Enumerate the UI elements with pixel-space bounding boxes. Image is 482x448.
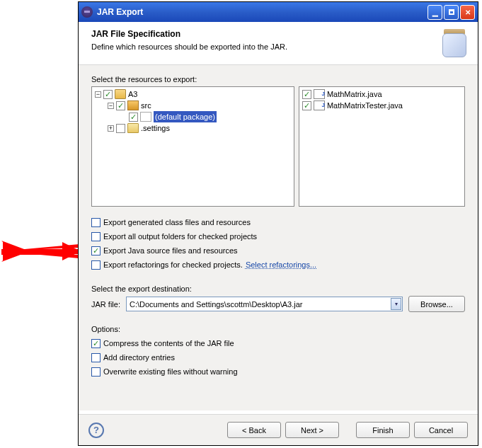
checkbox[interactable]: ✓ bbox=[116, 101, 125, 110]
file-row[interactable]: ✓ MathMatrixTester.java bbox=[301, 100, 463, 111]
tree-label-selected: (default package) bbox=[154, 111, 217, 122]
page-title: JAR File Specification bbox=[91, 29, 440, 39]
file-name: MathMatrixTester.java bbox=[327, 100, 403, 111]
file-row[interactable]: ✓ MathMatrix.java bbox=[301, 88, 463, 100]
dialog-header: JAR File Specification Define which reso… bbox=[79, 22, 478, 65]
browse-button[interactable]: Browse... bbox=[408, 296, 465, 312]
close-button[interactable]: ✕ bbox=[460, 5, 475, 20]
help-button[interactable]: ? bbox=[88, 423, 104, 438]
resources-label: Select the resources to export: bbox=[91, 75, 465, 84]
titlebar: JAR Export ▁ ✕ bbox=[79, 2, 478, 22]
finish-button[interactable]: Finish bbox=[356, 422, 410, 438]
option-export-output-folders[interactable]: Export all output folders for checked pr… bbox=[91, 229, 465, 243]
jar-file-combo[interactable]: C:\Documents and Settings\scottm\Desktop… bbox=[126, 297, 403, 311]
option-label: Add directory entries bbox=[103, 353, 175, 362]
checkbox[interactable] bbox=[91, 353, 101, 362]
chevron-down-icon[interactable]: ▾ bbox=[391, 298, 401, 310]
dialog-content: Select the resources to export: − ✓ A3 −… bbox=[79, 65, 478, 410]
expander-plus-icon[interactable]: + bbox=[108, 125, 114, 132]
next-button[interactable]: Next > bbox=[285, 422, 339, 438]
option-label: Export Java source files and resources bbox=[103, 246, 238, 255]
eclipse-icon bbox=[81, 6, 93, 18]
jar-file-value: C:\Documents and Settings\scottm\Desktop… bbox=[130, 300, 388, 309]
dest-label: Select the export destination: bbox=[91, 285, 465, 293]
svg-rect-4 bbox=[1, 249, 67, 255]
option-export-refactorings[interactable]: Export refactorings for checked projects… bbox=[91, 258, 465, 272]
tree-row-default-package[interactable]: ✓ (default package) bbox=[93, 111, 292, 122]
tree-row-project[interactable]: − ✓ A3 bbox=[93, 88, 292, 100]
resource-tree-pane[interactable]: − ✓ A3 − ✓ src ✓ bbox=[91, 86, 294, 207]
default-package-icon bbox=[140, 112, 151, 122]
maximize-button[interactable] bbox=[444, 5, 459, 20]
checkbox[interactable]: ✓ bbox=[91, 246, 101, 255]
back-button[interactable]: < Back bbox=[227, 422, 281, 438]
tree-row-src[interactable]: − ✓ src bbox=[93, 100, 292, 111]
java-file-icon bbox=[314, 100, 325, 110]
checkbox[interactable]: ✓ bbox=[129, 113, 138, 122]
files-pane[interactable]: ✓ MathMatrix.java ✓ MathMatrixTester.jav… bbox=[299, 86, 465, 207]
svg-rect-2 bbox=[16, 249, 78, 254]
checkbox[interactable] bbox=[91, 260, 101, 270]
file-name: MathMatrix.java bbox=[327, 88, 382, 100]
annotation-arrow-left bbox=[1, 241, 81, 262]
java-file-icon bbox=[314, 89, 325, 99]
checkbox[interactable] bbox=[91, 367, 101, 377]
options-label: Options: bbox=[91, 325, 465, 333]
project-icon bbox=[115, 89, 126, 99]
dialog-footer: ? < Back Next > Finish Cancel bbox=[79, 414, 478, 445]
checkbox[interactable] bbox=[91, 232, 101, 241]
tree-label: A3 bbox=[128, 88, 137, 100]
window-title: JAR Export bbox=[97, 7, 143, 17]
checkbox[interactable] bbox=[116, 124, 125, 133]
option-label: Export all output folders for checked pr… bbox=[103, 232, 257, 241]
option-overwrite[interactable]: Overwrite existing files without warning bbox=[91, 364, 465, 379]
option-export-classfiles[interactable]: Export generated class files and resourc… bbox=[91, 215, 465, 229]
tree-label: src bbox=[141, 100, 151, 111]
package-folder-icon bbox=[127, 100, 139, 110]
tree-row-settings[interactable]: + .settings bbox=[93, 122, 292, 134]
expander-minus-icon[interactable]: − bbox=[95, 91, 101, 98]
checkbox[interactable] bbox=[91, 218, 101, 227]
option-label: Export generated class files and resourc… bbox=[103, 218, 251, 226]
checkbox[interactable]: ✓ bbox=[302, 101, 311, 110]
svg-marker-3 bbox=[3, 242, 23, 260]
checkbox[interactable]: ✓ bbox=[302, 90, 311, 99]
option-label: Export refactorings for checked projects… bbox=[103, 260, 243, 269]
option-add-directory[interactable]: Add directory entries bbox=[91, 350, 465, 364]
cancel-button[interactable]: Cancel bbox=[414, 422, 468, 438]
annotation-arrow-left-shape bbox=[1, 241, 81, 262]
select-refactorings-link[interactable]: Select refactorings... bbox=[246, 260, 316, 269]
minimize-button[interactable]: ▁ bbox=[428, 5, 442, 20]
option-compress[interactable]: ✓ Compress the contents of the JAR file bbox=[91, 336, 465, 350]
svg-marker-0 bbox=[1, 244, 79, 258]
checkbox[interactable]: ✓ bbox=[103, 90, 113, 99]
option-label: Overwrite existing files without warning bbox=[103, 367, 238, 376]
option-export-source[interactable]: ✓ Export Java source files and resources bbox=[91, 243, 465, 258]
dialog-window: JAR Export ▁ ✕ JAR File Specification De… bbox=[78, 1, 478, 446]
checkbox[interactable]: ✓ bbox=[91, 339, 101, 348]
page-subtitle: Define which resources should be exporte… bbox=[91, 42, 440, 51]
svg-marker-1 bbox=[1, 241, 30, 262]
jar-file-label: JAR file: bbox=[91, 300, 120, 309]
tree-label: .settings bbox=[141, 122, 170, 134]
expander-minus-icon[interactable]: − bbox=[108, 103, 114, 109]
option-label: Compress the contents of the JAR file bbox=[103, 339, 234, 348]
jar-icon bbox=[440, 29, 469, 59]
folder-icon bbox=[127, 123, 139, 133]
